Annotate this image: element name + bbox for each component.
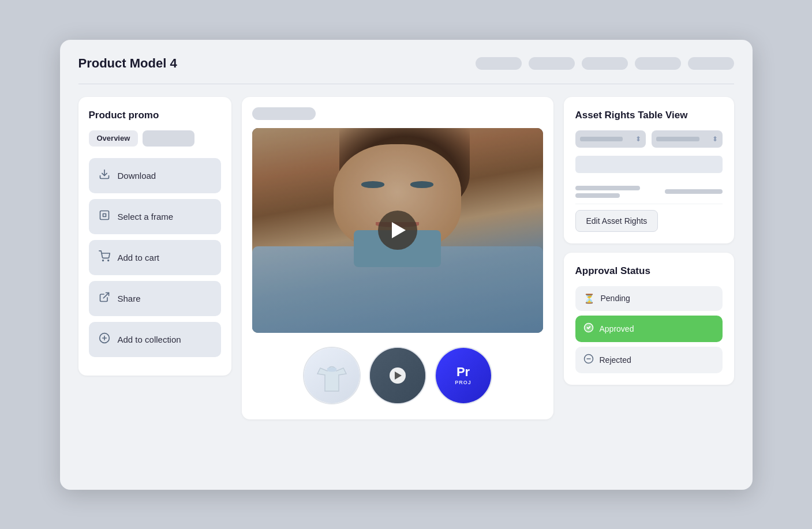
thumb-play-icon (390, 367, 406, 384)
right-panel: Asset Rights Table View ⬍ ⬍ (564, 97, 734, 385)
tab-overview[interactable]: Overview (89, 130, 139, 147)
ar-filters: ⬍ ⬍ (575, 130, 723, 148)
cart-icon (98, 250, 111, 265)
play-triangle-icon (392, 222, 406, 238)
tab-inactive[interactable] (143, 130, 194, 147)
nav-pill-3[interactable] (582, 57, 628, 70)
share-label: Share (118, 294, 141, 303)
left-panel: Product promo Overview Download Select a… (78, 97, 231, 376)
add-collection-icon (98, 332, 111, 347)
download-icon (98, 168, 111, 183)
approval-pending[interactable]: ⏳ Pending (575, 286, 723, 311)
ar-row-1-line-1 (575, 186, 641, 190)
video-container[interactable] (252, 128, 543, 333)
thumb-triangle (395, 372, 402, 380)
svg-line-4 (103, 292, 108, 298)
ar-filter-1-arrow: ⬍ (635, 135, 641, 143)
download-button[interactable]: Download (89, 158, 221, 193)
tab-row: Overview (89, 130, 221, 147)
ar-table-header (575, 156, 723, 173)
thumbnail-row: Pr PROJ (252, 342, 543, 409)
approved-label: Approved (600, 324, 634, 333)
approval-rejected[interactable]: Rejected (575, 347, 723, 373)
download-label: Download (118, 171, 156, 181)
header-nav (476, 57, 734, 70)
page-title: Product Model 4 (78, 56, 177, 71)
pending-icon: ⏳ (583, 293, 595, 304)
rejected-icon (583, 354, 594, 366)
thumb-premiere[interactable]: Pr PROJ (435, 347, 492, 404)
rejected-label: Rejected (600, 355, 631, 365)
nav-pill-5[interactable] (688, 57, 734, 70)
header-divider (78, 84, 734, 84)
share-icon (98, 291, 111, 306)
play-button[interactable] (378, 211, 417, 250)
thumb-video[interactable] (369, 347, 426, 404)
header: Product Model 4 (78, 56, 734, 71)
svg-rect-1 (100, 211, 108, 219)
nav-pill-2[interactable] (529, 57, 575, 70)
premiere-pr-label: Pr (456, 365, 470, 379)
add-to-cart-label: Add to cart (118, 253, 160, 262)
select-frame-button[interactable]: Select a frame (89, 199, 221, 234)
premiere-proj-label: PROJ (455, 380, 472, 385)
ar-filter-1[interactable]: ⬍ (575, 130, 646, 148)
asset-rights-title: Asset Rights Table View (575, 110, 723, 121)
ar-row-1 (575, 180, 723, 204)
approval-approved[interactable]: Approved (575, 316, 723, 342)
ar-row-1-right (665, 189, 723, 194)
select-frame-label: Select a frame (118, 212, 174, 222)
ar-filter-2[interactable]: ⬍ (652, 130, 723, 148)
nav-pill-4[interactable] (635, 57, 681, 70)
video-overlay[interactable] (252, 128, 543, 333)
app-window: Product Model 4 Product promo Overview D… (60, 40, 753, 490)
center-panel: Pr PROJ (242, 97, 553, 419)
center-top-pill (252, 107, 316, 120)
ar-row-1-left (575, 186, 657, 198)
nav-pill-1[interactable] (476, 57, 522, 70)
add-to-collection-label: Add to collection (118, 335, 181, 344)
select-frame-icon (98, 209, 111, 224)
left-panel-title: Product promo (89, 110, 221, 121)
main-layout: Product promo Overview Download Select a… (78, 97, 734, 419)
add-to-cart-button[interactable]: Add to cart (89, 240, 221, 275)
add-to-collection-button[interactable]: Add to collection (89, 322, 221, 357)
edit-asset-rights-button[interactable]: Edit Asset Rights (575, 210, 658, 232)
approved-icon (583, 322, 594, 335)
ar-filter-1-text (580, 137, 623, 141)
thumb-sweater[interactable] (303, 347, 361, 404)
ar-filter-2-text (656, 137, 699, 141)
svg-point-3 (107, 260, 108, 261)
pending-label: Pending (601, 294, 630, 303)
sweater-image (304, 348, 360, 403)
ar-row-1-line-2 (575, 193, 620, 198)
approval-status-card: Approval Status ⏳ Pending Approved Rejec… (564, 253, 734, 385)
svg-point-2 (102, 260, 103, 261)
share-button[interactable]: Share (89, 281, 221, 316)
approval-status-title: Approval Status (575, 265, 723, 277)
asset-rights-card: Asset Rights Table View ⬍ ⬍ (564, 97, 734, 243)
ar-filter-2-arrow: ⬍ (712, 135, 718, 143)
